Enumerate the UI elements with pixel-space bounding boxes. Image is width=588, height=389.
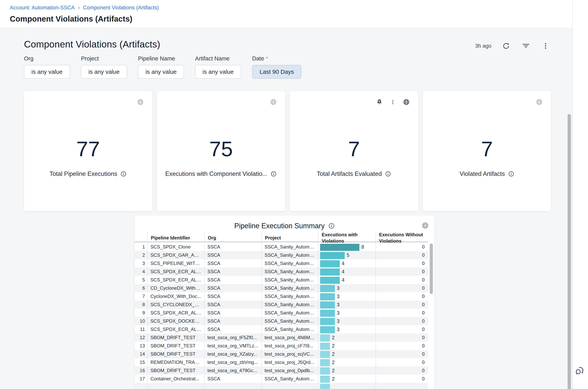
filter-project-value[interactable]: is any value [81,65,127,79]
page-scrollbar-thumb[interactable] [568,114,571,389]
card-explore-button[interactable] [269,98,278,106]
table-row[interactable]: 1SCS_SPDX_CloneSSCASSCA_Sanity_Automa...… [135,243,428,251]
table-row[interactable]: 14SBOM_DRIFT_TESTtest_ssca_org_XZalzy...… [135,350,428,358]
violations-bar[interactable] [320,293,335,300]
filter-pipeline-name-label: Pipeline Name [138,55,175,62]
card-violated-artifacts: 7 Violated Artifacts [423,91,551,211]
table-cell: SSCA [204,309,261,317]
card-menu-button[interactable] [389,98,397,106]
table-row[interactable]: 3SCS_PIPELINE_WITH...SSCASSCA_Sanity_Aut… [135,259,428,267]
violations-bar[interactable] [320,384,330,389]
violations-bar[interactable] [320,343,330,350]
table-row[interactable]: 16SBOM_DRIFT_TESTtest_ssca_org_479Gc...t… [135,366,428,375]
executions-without-violations-cell: 0 [376,333,428,342]
table-row[interactable]: 15REMEDIATION_TRAC...test_ssca_org_zbVmg… [135,358,428,366]
filter-date: Date* Last 90 Days [252,55,302,79]
table-cell: SSCA [204,259,261,267]
violations-bar[interactable] [320,277,340,284]
violations-bar[interactable] [320,244,359,251]
card-total-pipeline-executions: 77 Total Pipeline Executions [24,91,152,211]
table-cell: SSCA_Sanity_Automa... [261,259,318,267]
column-header-pipeline-identifier[interactable]: Pipeline Identifier [147,232,204,244]
violations-bar[interactable] [320,334,330,342]
breadcrumb-current-link[interactable]: Component Violations (Artifacts) [83,5,159,11]
table-row[interactable]: 10SCS_SPDX_DOCKER_...SSCASSCA_Sanity_Aut… [135,317,428,325]
table-scrollbar-thumb[interactable] [430,244,433,294]
executions-without-violations-cell: 0 [376,243,428,251]
stat-value: 77 [24,137,152,161]
table-row[interactable]: 4SCS_SPDX_ECR_ALL_...SSCASSCA_Sanity_Aut… [135,267,428,276]
filter-date-label: Date [252,55,264,62]
table-row[interactable]: 13SBOM_DRIFT_TESTtest_ssca_org_VMTLz...t… [135,342,428,350]
violations-bar[interactable] [320,268,340,276]
table-cell [204,383,261,389]
executions-with-violations-cell: 2 [318,375,376,383]
filter-artifact-name-value[interactable]: is any value [195,65,241,79]
filter-project: Project is any value [81,55,127,79]
card-explore-button[interactable] [136,98,145,106]
table-cell: SSCA_Sanity_Automa... [261,300,318,309]
info-icon[interactable] [328,223,335,229]
table-row[interactable]: 11SCS_SPDX_ECR_ALL_...SSCASSCA_Sanity_Au… [135,325,428,333]
violations-bar[interactable] [320,318,335,325]
row-index-cell: 5 [135,276,147,284]
column-header-org[interactable]: Org [204,232,261,244]
table-row[interactable]: 17Container_Orchestrat...SSCASSCA_Sanity… [135,375,428,383]
table-row[interactable]: 5SCS_SPDX_ECR_ALL_...SSCASSCA_Sanity_Aut… [135,276,428,284]
info-icon[interactable] [271,171,277,177]
card-explore-button[interactable] [535,98,544,106]
info-icon[interactable] [385,171,391,177]
table-row[interactable]: 12SBOM_DRIFT_TESTtest_ssca_org_tF5Zf0...… [135,333,428,342]
table-scrollbar-track[interactable] [429,243,434,389]
violations-bar[interactable] [320,285,335,292]
table-row[interactable]: 2SCS_SPDX_GAR_ALL...SSCASSCA_Sanity_Auto… [135,251,428,259]
violations-bar[interactable] [320,326,335,333]
info-icon[interactable] [508,171,514,177]
table-cell: SBOM_DRIFT_TEST [147,350,204,358]
support-chat-button[interactable] [575,365,586,376]
table-header-row: Pipeline Identifier Org Project Executio… [135,232,428,242]
card-total-artifacts-evaluated: 7 Total Artifacts Evaluated [290,91,418,211]
filters-button[interactable] [521,41,531,51]
violations-bar[interactable] [320,252,345,259]
row-index-cell: 10 [135,317,147,325]
column-header-executions-with-violations[interactable]: Executions with Violations [318,232,376,244]
table-cell: test_ssca_org_VMTLz... [204,342,261,350]
filter-date-value[interactable]: Last 90 Days [252,65,302,79]
info-icon[interactable] [120,171,127,177]
executions-with-violations-cell: 3 [318,325,376,333]
violations-bar-value: 2 [332,351,335,357]
violations-bar-value: 5 [347,252,349,258]
table-row[interactable]: 9SCS_SPDX_ACR_ALL...SSCASSCA_Sanity_Auto… [135,309,428,317]
executions-with-violations-cell: 5 [318,251,376,259]
violations-bar[interactable] [320,367,330,374]
table-row[interactable]: 6CD_CycloneDX_With_...SSCASSCA_Sanity_Au… [135,284,428,292]
violations-bar[interactable] [320,260,340,267]
stat-label: Violated Artifacts [460,170,505,177]
table-row[interactable]: 7CycloneDX_With_Doc...SSCASSCA_Sanity_Au… [135,292,428,300]
violations-bar[interactable] [320,301,335,309]
row-index-cell: 15 [135,358,147,366]
breadcrumb-account-link[interactable]: Account: Automation-SSCA [10,5,75,11]
globe-icon [421,222,429,229]
card-explore-button[interactable] [402,98,411,106]
column-header-project[interactable]: Project [261,232,318,244]
table-row[interactable]: 8SCS_CYCLONEDX_GA...SSCASSCA_Sanity_Auto… [135,300,428,309]
violations-bar[interactable] [320,310,335,317]
card-alert-button[interactable] [375,98,383,106]
violations-bar[interactable] [320,376,330,383]
filter-org-value[interactable]: is any value [24,65,70,79]
column-header-executions-without-violations[interactable]: Executions Without Violations [376,232,428,244]
violations-bar[interactable] [320,351,330,358]
globe-icon [270,98,277,106]
row-index-cell: 4 [135,267,147,276]
dashboard-menu-button[interactable] [541,41,550,51]
refresh-button[interactable] [501,41,511,51]
violations-bar-value: 2 [332,376,335,382]
filter-pipeline-name-value[interactable]: is any value [138,65,184,79]
stat-value: 75 [157,137,285,161]
executions-without-violations-cell: 0 [376,325,428,333]
table-row[interactable] [135,383,428,389]
violations-bar[interactable] [320,359,330,366]
table-explore-button[interactable] [421,221,430,230]
